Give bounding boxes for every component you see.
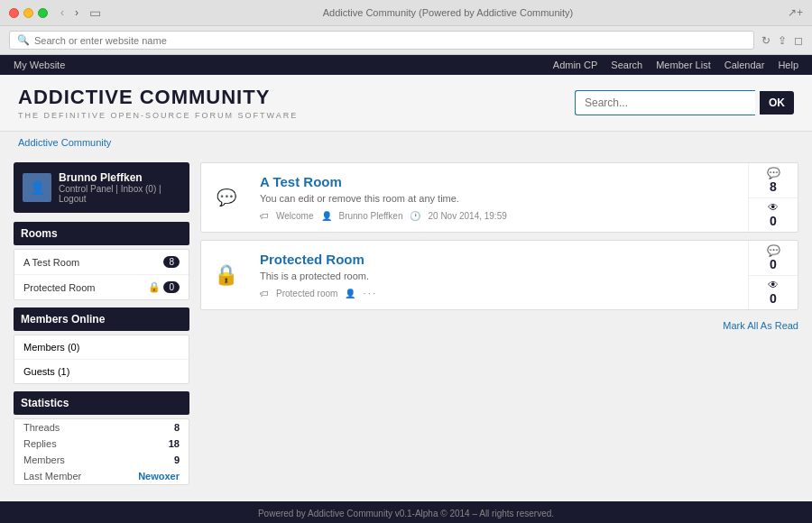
members-label: Members (0) <box>23 342 79 353</box>
stat-threads: Threads 8 <box>14 419 189 436</box>
forum-card-icon-protected-room: 🔒 <box>201 241 251 309</box>
forum-meta-tag: Welcome <box>276 211 314 221</box>
stat-last-member-label: Last Member <box>23 471 81 482</box>
forum-user-icon: 👤 <box>321 211 332 221</box>
forum-meta-protected-room: 🏷 Protected room 👤 · · · <box>260 289 739 298</box>
site-subtitle: THE DEFINITIVE OPEN-SOURCE FORUM SOFTWAR… <box>18 111 298 120</box>
site-footer: Powered by Addictive Community v0.1-Alph… <box>0 501 812 523</box>
stats-header: Statistics <box>14 391 189 415</box>
stat-last-member-value: Newoxer <box>138 471 180 482</box>
guests-label: Guests (1) <box>23 366 69 377</box>
lock-icon: 🔒 <box>148 281 161 293</box>
refresh-icon[interactable]: ↻ <box>761 34 770 47</box>
mark-read-link[interactable]: Mark All As Read <box>723 320 798 331</box>
forum-card-body-test-room: A Test Room You can edit or remove this … <box>251 163 748 232</box>
rooms-body: A Test Room 8 Protected Room 🔒 0 <box>14 249 189 300</box>
stat-views-box-2: 👁 0 <box>748 276 798 310</box>
stat-replies-value: 18 <box>169 438 180 449</box>
user-box: 👤 Brunno Pleffken Control Panel | Inbox … <box>14 162 189 213</box>
help-link[interactable]: Help <box>778 60 798 70</box>
back-arrow-icon[interactable]: ‹ <box>57 5 68 20</box>
forum-user-icon-2: 👤 <box>345 289 355 298</box>
stat-replies-box-2: 💬 0 <box>748 241 798 276</box>
calendar-link[interactable]: Calendar <box>724 60 765 70</box>
address-input[interactable] <box>34 35 746 46</box>
search-icon: 🔍 <box>17 34 30 46</box>
breadcrumb-home[interactable]: Addictive Community <box>18 137 111 148</box>
sidebar-stats-section: Statistics Threads 8 Replies 18 Members … <box>14 391 189 485</box>
forum-desc-protected-room: This is a protected room. <box>260 271 739 281</box>
main-content: 💬 A Test Room You can edit or remove thi… <box>200 162 798 492</box>
protected-room-lock-icon: 🔒 <box>214 263 238 287</box>
user-name: Brunno Pleffken <box>59 171 180 184</box>
views-count-2: 0 <box>770 291 777 306</box>
sidebar-item-members: Members (0) <box>14 335 189 360</box>
close-button[interactable] <box>9 8 19 18</box>
stat-threads-label: Threads <box>23 422 60 433</box>
protected-room-badge: 🔒 0 <box>148 281 180 293</box>
forum-stats-test-room: 💬 8 👁 0 <box>748 163 798 232</box>
header-search: OK <box>575 90 794 115</box>
stat-replies-label: Replies <box>23 438 57 449</box>
forward-arrow-icon[interactable]: › <box>71 5 82 20</box>
forum-meta-date-2: · · · <box>363 289 375 298</box>
share-action-icon[interactable]: ⇪ <box>778 34 787 47</box>
chat-icon: 💬 <box>217 188 236 207</box>
forum-meta-user: Brunno Pleffken <box>339 211 403 221</box>
new-tab-icon[interactable]: + <box>797 6 803 19</box>
sidebar-item-test-room[interactable]: A Test Room 8 <box>14 250 189 275</box>
views-icon-2: 👁 <box>768 279 779 291</box>
forum-tag-icon-2: 🏷 <box>260 289 269 298</box>
members-body: Members (0) Guests (1) <box>14 335 189 384</box>
fullscreen-icon[interactable]: ◻ <box>794 34 803 47</box>
content-area: 👤 Brunno Pleffken Control Panel | Inbox … <box>0 153 812 501</box>
stat-threads-value: 8 <box>174 422 180 433</box>
admin-cp-link[interactable]: Admin CP <box>553 60 598 70</box>
share-icon[interactable]: ↗ <box>788 6 797 19</box>
search-link[interactable]: Search <box>611 60 642 70</box>
sidebar-item-protected-room[interactable]: Protected Room 🔒 0 <box>14 275 189 299</box>
forum-card-protected-room: 🔒 Protected Room This is a protected roo… <box>200 240 798 310</box>
tab-icon: ▭ <box>89 5 101 20</box>
header-search-button[interactable]: OK <box>760 91 794 115</box>
maximize-button[interactable] <box>38 8 48 18</box>
protected-room-label: Protected Room <box>23 282 95 293</box>
replies-count-2: 0 <box>770 257 777 271</box>
browser-chrome: ‹ › ▭ Addictive Community (Powered by Ad… <box>0 0 812 55</box>
browser-navigation: ‹ › <box>57 5 82 20</box>
user-info: Brunno Pleffken Control Panel | Inbox (0… <box>59 171 180 204</box>
replies-icon-2: 💬 <box>767 244 780 257</box>
member-list-link[interactable]: Member List <box>656 60 711 70</box>
sidebar-rooms-section: Rooms A Test Room 8 Protected Room 🔒 0 <box>14 222 189 300</box>
site-name-topbar: My Website <box>14 60 65 70</box>
header-search-input[interactable] <box>575 90 755 115</box>
rooms-header: Rooms <box>14 222 189 245</box>
site-wrapper: My Website Admin CP Search Member List C… <box>0 55 812 523</box>
forum-card-body-protected-room: Protected Room This is a protected room.… <box>251 241 748 309</box>
stat-replies-box: 💬 8 <box>748 163 798 198</box>
members-header: Members Online <box>14 307 189 331</box>
browser-title: Addictive Community (Powered by Addictiv… <box>108 7 788 18</box>
views-count: 0 <box>770 214 777 228</box>
stat-last-member: Last Member Newoxer <box>14 468 189 484</box>
minimize-button[interactable] <box>23 8 33 18</box>
stat-members: Members 9 <box>14 452 189 468</box>
site-header: ADDICTIVE COMMUNITY THE DEFINITIVE OPEN-… <box>0 75 812 132</box>
forum-meta-tag-2: Protected room <box>276 289 337 298</box>
forum-title-protected-room[interactable]: Protected Room <box>260 252 739 267</box>
user-links: Control Panel | Inbox (0) | Logout <box>59 184 180 204</box>
forum-tag-icon: 🏷 <box>260 211 269 221</box>
top-bar: My Website Admin CP Search Member List C… <box>0 55 812 75</box>
footer-text: Powered by Addictive Community v0.1-Alph… <box>258 509 554 518</box>
top-bar-nav: Admin CP Search Member List Calendar Hel… <box>553 60 798 70</box>
mark-read: Mark All As Read <box>200 317 798 334</box>
views-icon: 👁 <box>768 201 779 214</box>
forum-desc-test-room: You can edit or remove this room at any … <box>260 193 739 204</box>
sidebar-item-guests: Guests (1) <box>14 360 189 383</box>
address-bar[interactable]: 🔍 <box>9 31 754 50</box>
forum-card-icon-test-room: 💬 <box>201 163 251 232</box>
test-room-label: A Test Room <box>23 257 79 268</box>
protected-badge-num: 0 <box>163 281 180 293</box>
stat-members-label: Members <box>23 454 65 465</box>
forum-title-test-room[interactable]: A Test Room <box>260 174 739 189</box>
